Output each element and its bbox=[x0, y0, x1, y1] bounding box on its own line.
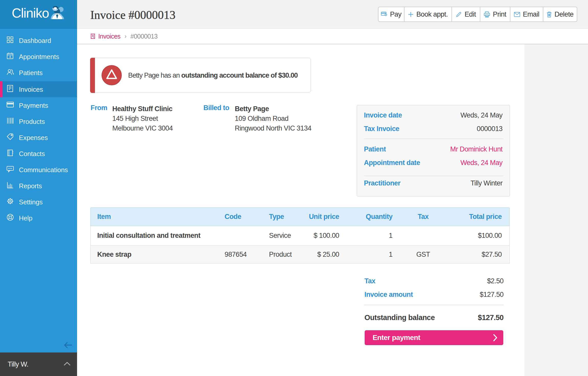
svg-text:4: 4 bbox=[9, 55, 11, 59]
